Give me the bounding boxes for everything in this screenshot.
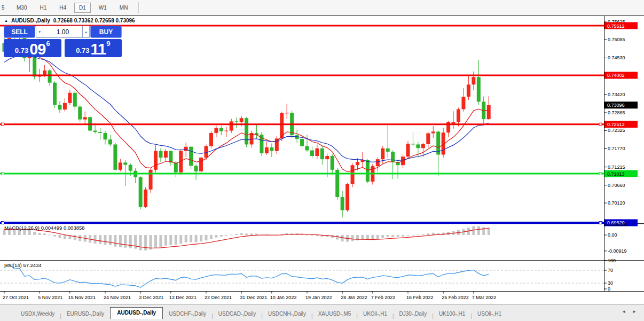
svg-text:15 Nov 2021: 15 Nov 2021 (68, 295, 96, 300)
svg-text:13 Dec 2021: 13 Dec 2021 (169, 295, 197, 300)
volume-input[interactable] (43, 26, 82, 38)
svg-text:0.74530: 0.74530 (608, 55, 625, 60)
svg-text:0: 0 (608, 286, 610, 292)
hline-handle[interactable] (599, 173, 602, 175)
svg-text:0.75512: 0.75512 (607, 24, 625, 29)
ask-price-prefix: 0.73 (76, 46, 89, 54)
bid-price-sup: 6 (46, 40, 50, 48)
svg-text:0.006201: 0.006201 (608, 222, 628, 227)
chart-ohlc-values: 0.72668 0.73362 0.72658 0.73096 (53, 18, 135, 24)
buy-button[interactable]: BUY (90, 26, 122, 38)
symbol-tab[interactable]: USOil-,H1 (473, 309, 506, 319)
svg-text:27 Oct 2021: 27 Oct 2021 (3, 295, 29, 300)
svg-text:0.72865: 0.72865 (608, 110, 625, 115)
chart-symbol-label: AUDUSD-,Daily (11, 18, 50, 24)
tab-scroll-nav: ◄ ► (622, 309, 637, 314)
ask-price-display: 0.73 11 9 (65, 39, 122, 57)
current-price-badge: 0.73096 (604, 101, 638, 108)
symbol-tab[interactable]: USDCAD-,Daily (214, 309, 261, 319)
symbol-tab[interactable]: DJ30-,Daily (395, 309, 432, 319)
svg-text:0.73096: 0.73096 (607, 103, 625, 108)
macd-pane: 0.0062010.00-0.00919MACD(12,26,9) 0.0044… (3, 222, 628, 254)
ask-price-sup: 9 (106, 40, 110, 48)
macd-signal-line (4, 229, 489, 248)
svg-text:7 Feb 2022: 7 Feb 2022 (371, 295, 396, 300)
price-axis: 0.756250.750850.745300.734200.728650.723… (604, 19, 625, 206)
svg-text:31 Dec 2021: 31 Dec 2021 (240, 295, 267, 300)
one-click-trading-panel: SELL ▼ ▲ BUY 0.73 09 6 0.73 11 9 (4, 26, 122, 57)
timeframe-toolbar: 5 M30 H1 H4 D1 W1 MN (0, 0, 644, 15)
svg-text:30: 30 (608, 280, 613, 286)
svg-text:24 Nov 2021: 24 Nov 2021 (104, 295, 131, 300)
symbol-tab[interactable]: USDCNH-,Daily (263, 309, 311, 319)
symbol-tab[interactable]: EURUSD-,Daily (62, 309, 109, 319)
hline-handle[interactable] (599, 123, 602, 126)
svg-text:0.73420: 0.73420 (608, 92, 625, 97)
symbol-tab[interactable]: USDX,Weekly (16, 309, 59, 319)
chart-ohlc-title: ▲ AUDUSD-,Daily 0.72668 0.73362 0.72658 … (4, 18, 135, 24)
svg-text:100: 100 (608, 258, 616, 263)
svg-text:0.72325: 0.72325 (608, 128, 625, 133)
volume-decrease-button[interactable]: ▼ (36, 26, 43, 38)
rsi-line (4, 264, 489, 287)
svg-text:3 Dec 2021: 3 Dec 2021 (139, 295, 163, 300)
timeframe-button-w1[interactable]: W1 (94, 3, 112, 13)
hline-handle[interactable] (2, 173, 4, 175)
ask-price-big: 11 (90, 42, 106, 56)
svg-text:0.70660: 0.70660 (608, 183, 625, 188)
svg-text:0.75085: 0.75085 (608, 37, 625, 42)
svg-text:70: 70 (608, 268, 613, 273)
bid-price-display: 0.73 09 6 (4, 39, 61, 57)
svg-text:5 Nov 2021: 5 Nov 2021 (38, 295, 62, 300)
symbol-tab-bar: USDX,Weekly|EURUSD-,DailyAUDUSD-,DailyUS… (0, 304, 644, 321)
svg-text:0.72513: 0.72513 (607, 122, 625, 127)
svg-text:MACD(12,26,9) 0.004499 0.00385: MACD(12,26,9) 0.004499 0.003858 (4, 225, 85, 231)
svg-text:16 Feb 2022: 16 Feb 2022 (406, 295, 434, 300)
time-axis: 27 Oct 20215 Nov 202115 Nov 202124 Nov 2… (3, 292, 496, 300)
symbol-tab[interactable]: XAUUSD-,M5 (313, 309, 356, 319)
timeframe-button-h4[interactable]: H4 (54, 3, 71, 13)
symbol-tab-list: USDX,Weekly|EURUSD-,DailyAUDUSD-,DailyUS… (16, 307, 506, 319)
mt4-window: 0.756250.750850.745300.734200.728650.723… (0, 0, 644, 321)
sell-button[interactable]: SELL (4, 26, 35, 38)
timeframe-button-m5[interactable]: 5 (0, 3, 9, 13)
toolbar-separator (138, 2, 139, 13)
timeframe-button-h1[interactable]: H1 (35, 3, 51, 13)
svg-text:0.00: 0.00 (608, 232, 617, 238)
bid-price-prefix: 0.73 (15, 46, 28, 54)
svg-text:19 Jan 2022: 19 Jan 2022 (305, 295, 332, 300)
svg-text:0.71215: 0.71215 (608, 165, 625, 170)
hline-handle[interactable] (599, 221, 602, 224)
svg-text:0.71770: 0.71770 (608, 146, 625, 151)
svg-text:RSI(14) 57.2434: RSI(14) 57.2434 (4, 262, 42, 268)
collapse-panel-icon[interactable]: ▲ (4, 18, 8, 24)
timeframe-button-mn[interactable]: MN (115, 3, 133, 13)
svg-text:22 Dec 2021: 22 Dec 2021 (205, 295, 232, 300)
symbol-tab[interactable]: AUDUSD-,Daily (110, 307, 163, 319)
symbol-tab[interactable]: UKOil-,H1 (358, 309, 392, 319)
svg-text:25 Feb 2022: 25 Feb 2022 (442, 295, 469, 300)
timeframe-button-m30[interactable]: M30 (12, 3, 32, 13)
tab-scroll-left-icon[interactable]: ◄ (622, 309, 626, 314)
rsi-pane: 10070300RSI(14) 57.2434 (0, 258, 616, 292)
svg-text:0.71013: 0.71013 (607, 171, 625, 177)
svg-text:28 Jan 2022: 28 Jan 2022 (341, 295, 367, 300)
svg-text:-0.00919: -0.00919 (608, 248, 627, 254)
symbol-tab[interactable]: UK100-,H1 (434, 309, 470, 319)
svg-text:10 Jan 2022: 10 Jan 2022 (270, 295, 297, 300)
tab-scroll-right-icon[interactable]: ► (632, 309, 637, 314)
hline-handle[interactable] (2, 123, 4, 126)
timeframe-button-d1[interactable]: D1 (74, 3, 91, 13)
svg-text:0.70120: 0.70120 (608, 200, 625, 206)
bid-price-big: 09 (29, 42, 45, 56)
symbol-tab[interactable]: USDCHF-,Daily (164, 309, 211, 319)
svg-text:0.74002: 0.74002 (607, 73, 625, 78)
svg-text:7 Mar 2022: 7 Mar 2022 (472, 295, 497, 300)
hline-handle[interactable] (2, 221, 4, 224)
ma-fast-line (4, 44, 489, 171)
volume-increase-button[interactable]: ▲ (82, 26, 90, 38)
volume-stepper: ▼ ▲ (36, 26, 90, 38)
